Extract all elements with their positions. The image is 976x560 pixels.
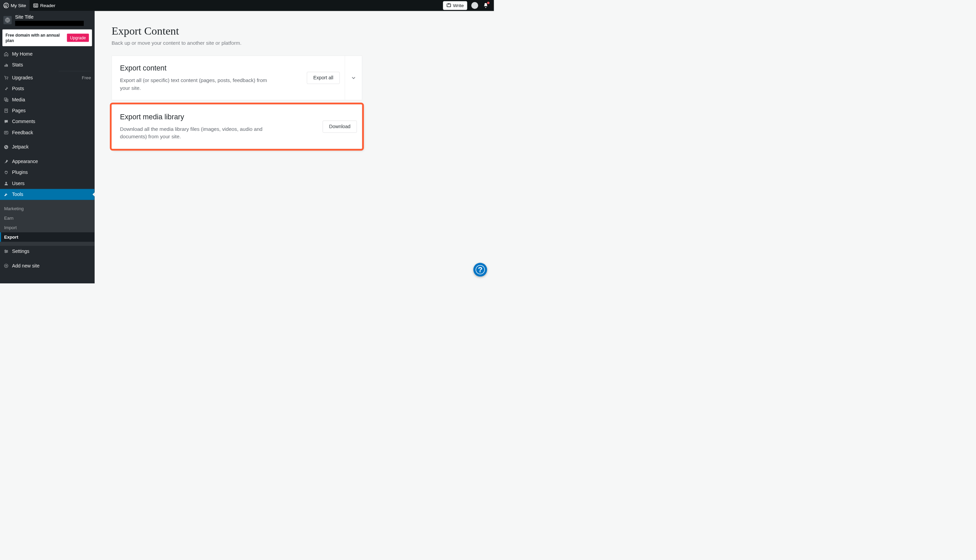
write-plus-icon <box>447 2 451 8</box>
sidebar-item-tools[interactable]: Tools <box>0 189 94 200</box>
home-icon <box>3 52 9 57</box>
topbar-mysite[interactable]: My Site <box>0 0 30 11</box>
avatar[interactable] <box>471 2 478 9</box>
site-icon <box>3 16 12 24</box>
tools-icon <box>3 192 9 197</box>
topbar-left: My Site Reader <box>0 0 59 11</box>
site-url-redacted <box>15 21 84 26</box>
notification-dot <box>487 2 489 4</box>
stats-icon <box>3 62 9 68</box>
sidebar-item-plugins[interactable]: Plugins <box>0 167 94 178</box>
notifications-icon[interactable] <box>482 2 489 9</box>
sidebar-item-label: Media <box>12 97 25 103</box>
svg-point-23 <box>4 145 8 150</box>
svg-point-28 <box>5 250 6 251</box>
svg-point-29 <box>7 251 7 252</box>
flyout-arrow-icon <box>93 193 95 197</box>
wordpress-icon <box>3 3 9 8</box>
topbar-reader-label: Reader <box>40 3 55 8</box>
media-icon <box>3 97 9 103</box>
svg-point-13 <box>5 79 6 80</box>
upgrade-card: Free domain with an annual plan Upgrade <box>2 30 92 47</box>
write-label: Write <box>453 3 464 8</box>
sidebar-item-users[interactable]: Users <box>0 178 94 189</box>
sidebar-item-appearance[interactable]: Appearance <box>0 156 94 167</box>
plus-icon <box>3 263 9 269</box>
sidebar-item-settings[interactable]: Settings <box>0 246 94 257</box>
submenu-item-earn[interactable]: Earn <box>0 213 94 223</box>
page-icon <box>3 108 9 113</box>
page-subtitle: Back up or move your content to another … <box>112 40 477 46</box>
export-content-title: Export content <box>120 64 294 72</box>
settings-icon <box>3 249 9 254</box>
write-button[interactable]: Write <box>443 1 467 10</box>
pin-icon <box>3 86 9 92</box>
sidebar-badge: Free <box>82 75 91 81</box>
svg-rect-12 <box>7 65 8 67</box>
sidebar-item-label: Add new site <box>12 263 39 269</box>
plug-icon <box>3 170 9 175</box>
sidebar-item-label: Users <box>12 181 24 187</box>
topbar-reader[interactable]: Reader <box>30 0 59 11</box>
sidebar-item-my-home[interactable]: My Home <box>0 49 94 60</box>
sidebar: Site Title Free domain with an annual pl… <box>0 11 94 283</box>
help-icon: ? <box>475 265 485 274</box>
svg-rect-10 <box>4 65 5 67</box>
sidebar-item-add-new-site[interactable]: Add new site <box>0 260 94 271</box>
sidebar-item-stats[interactable]: Stats <box>0 60 94 72</box>
sidebar-item-label: Plugins <box>12 170 27 175</box>
page-title: Export Content <box>112 25 477 37</box>
sidebar-item-label: Jetpack <box>12 144 28 150</box>
svg-point-14 <box>7 79 8 80</box>
sidebar-item-label: Settings <box>12 249 29 254</box>
sidebar-item-label: Posts <box>12 86 24 92</box>
sidebar-item-feedback[interactable]: Feedback <box>0 127 94 138</box>
brush-icon <box>3 159 9 164</box>
reader-icon <box>33 3 38 8</box>
user-icon <box>3 181 9 187</box>
sidebar-item-label: Pages <box>12 108 25 113</box>
export-content-card: Export content Export all (or specific) … <box>112 56 362 100</box>
export-content-desc: Export all (or specific) text content (p… <box>120 76 268 92</box>
sidebar-item-label: Tools <box>12 192 23 197</box>
content: Export Content Back up or move your cont… <box>94 11 494 283</box>
site-header[interactable]: Site Title <box>0 11 94 30</box>
comment-icon <box>3 119 9 124</box>
sidebar-item-label: Comments <box>12 119 35 124</box>
svg-rect-2 <box>34 5 36 6</box>
submenu-item-import[interactable]: Import <box>0 223 94 233</box>
sidebar-item-posts[interactable]: Posts <box>0 83 94 94</box>
sidebar-item-label: Appearance <box>12 159 38 164</box>
submenu-tools: MarketingEarnImportExport <box>0 200 94 246</box>
sidebar-item-label: Stats <box>12 62 23 68</box>
stats-sparkline <box>58 71 91 72</box>
site-title: Site Title <box>15 15 84 20</box>
export-all-button[interactable]: Export all <box>307 72 340 84</box>
upgrade-button[interactable]: Upgrade <box>67 34 89 42</box>
export-media-card: Export media library Download all the me… <box>112 104 362 149</box>
topbar-right: Write <box>443 1 494 10</box>
feedback-icon <box>3 130 9 136</box>
topbar-mysite-label: My Site <box>10 3 26 8</box>
submenu-item-export[interactable]: Export <box>0 233 94 242</box>
jetpack-icon <box>3 144 9 150</box>
sidebar-item-jetpack[interactable]: Jetpack <box>0 142 94 153</box>
sidebar-item-label: My Home <box>12 52 33 57</box>
export-content-expand[interactable] <box>345 56 362 100</box>
svg-point-24 <box>5 182 7 184</box>
submenu-item-marketing[interactable]: Marketing <box>0 204 94 213</box>
topbar: My Site Reader Write <box>0 0 494 11</box>
upgrade-text: Free domain with an annual plan <box>5 33 64 43</box>
svg-point-30 <box>5 252 7 253</box>
download-button[interactable]: Download <box>323 121 357 133</box>
sidebar-item-upgrades[interactable]: UpgradesFree <box>0 73 94 83</box>
svg-rect-11 <box>6 64 7 67</box>
sidebar-item-label: Feedback <box>12 130 33 136</box>
sidebar-item-media[interactable]: Media <box>0 95 94 105</box>
sidebar-item-comments[interactable]: Comments <box>0 116 94 127</box>
sidebar-item-pages[interactable]: Pages <box>0 105 94 116</box>
export-media-title: Export media library <box>120 113 309 121</box>
sidebar-item-label: Upgrades <box>12 75 33 81</box>
export-media-desc: Download all the media library files (im… <box>120 125 268 141</box>
help-fab[interactable]: ? <box>474 263 487 276</box>
